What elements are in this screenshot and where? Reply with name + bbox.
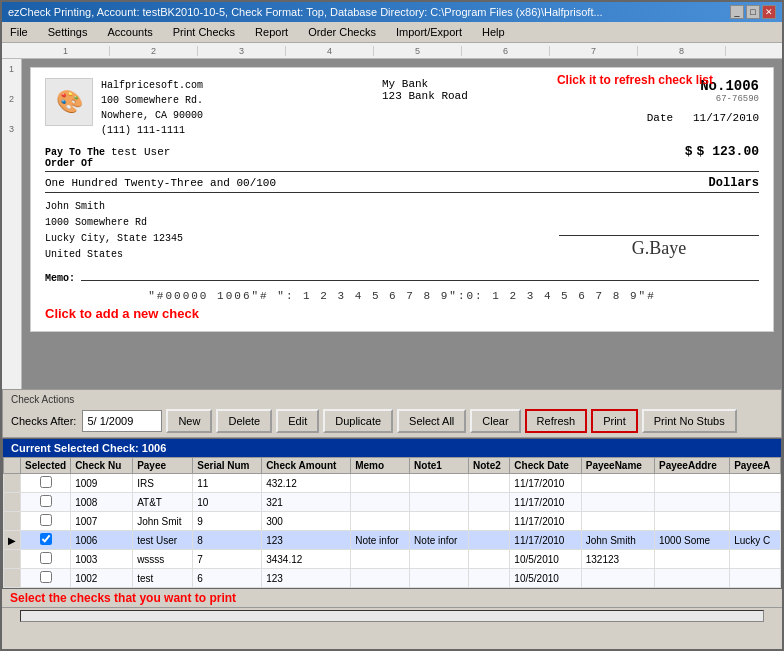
title-text: ezCheck Printing, Account: testBK2010-10… — [8, 6, 603, 18]
micr-num: 67-76590 — [647, 94, 759, 104]
address-block: John Smith 1000 Somewhere Rd Lucky City,… — [45, 199, 397, 263]
row-checkbox-cell[interactable] — [21, 474, 71, 493]
table-cell — [581, 493, 654, 512]
row-marker — [4, 512, 21, 531]
table-row: 1002test612310/5/2010 — [4, 569, 781, 588]
company-info: Halfpricesoft.com 100 Somewhere Rd. Nowh… — [101, 78, 203, 138]
col-payee-addr: PayeeAddre — [655, 458, 730, 474]
table-cell: 432.12 — [262, 474, 351, 493]
select-all-button[interactable]: Select All — [397, 409, 466, 433]
table-cell: 1008 — [71, 493, 133, 512]
minimize-button[interactable]: _ — [730, 5, 744, 19]
menu-report[interactable]: Report — [251, 24, 292, 40]
col-check-num: Check Nu — [71, 458, 133, 474]
table-cell: 11 — [193, 474, 262, 493]
col-selected: Selected — [21, 458, 71, 474]
delete-button[interactable]: Delete — [216, 409, 272, 433]
company-address1: 100 Somewhere Rd. — [101, 93, 203, 108]
payee-name: test User — [111, 146, 675, 158]
table-cell: 1006 — [71, 531, 133, 550]
address-line1: 1000 Somewhere Rd — [45, 215, 397, 231]
print-no-stubs-button[interactable]: Print No Stubs — [642, 409, 737, 433]
row-marker: ▶ — [4, 531, 21, 550]
row-checkbox[interactable] — [40, 495, 52, 507]
row-checkbox-cell[interactable] — [21, 493, 71, 512]
horizontal-scrollbar[interactable] — [20, 610, 764, 622]
row-checkbox[interactable] — [40, 571, 52, 583]
table-row: 1003wssss73434.1210/5/2010132123 — [4, 550, 781, 569]
table-cell: 11/17/2010 — [510, 474, 581, 493]
row-marker — [4, 569, 21, 588]
row-marker — [4, 550, 21, 569]
table-cell: 7 — [193, 550, 262, 569]
signature-area: G.Baye — [407, 199, 759, 263]
table-cell — [655, 569, 730, 588]
main-area: 1 2 3 Click it to refresh check list 🎨 H… — [2, 59, 782, 389]
col-serial: Serial Num — [193, 458, 262, 474]
side-ruler: 1 2 3 — [2, 59, 22, 389]
address-line3: United States — [45, 247, 397, 263]
clear-button[interactable]: Clear — [470, 409, 520, 433]
refresh-annotation: Click it to refresh check list — [557, 73, 713, 87]
address-name: John Smith — [45, 199, 397, 215]
edit-button[interactable]: Edit — [276, 409, 319, 433]
table-cell: 1003 — [71, 550, 133, 569]
menu-settings[interactable]: Settings — [44, 24, 92, 40]
row-checkbox-cell[interactable] — [21, 531, 71, 550]
table-cell — [351, 550, 410, 569]
row-checkbox[interactable] — [40, 533, 52, 545]
menu-help[interactable]: Help — [478, 24, 509, 40]
address-line2: Lucky City, State 12345 — [45, 231, 397, 247]
memo-label: Memo: — [45, 273, 75, 284]
table-cell — [730, 474, 781, 493]
add-check-annotation-area: Click to add a new check — [45, 306, 759, 321]
micr-line: "#00000 1006"# ": 1 2 3 4 5 6 7 8 9":0: … — [45, 290, 759, 302]
signature-line: G.Baye — [559, 235, 759, 259]
pay-to-line: Pay To TheOrder Of test User $$ 123.00 — [45, 144, 759, 172]
row-checkbox[interactable] — [40, 514, 52, 526]
new-button[interactable]: New — [166, 409, 212, 433]
table-row: ▶1006test User8123Note inforNote infor11… — [4, 531, 781, 550]
table-cell: 1009 — [71, 474, 133, 493]
check-middle: John Smith 1000 Somewhere Rd Lucky City,… — [45, 199, 759, 263]
amount-words-text: One Hundred Twenty-Three and 00/100 — [45, 177, 709, 189]
menu-accounts[interactable]: Accounts — [103, 24, 156, 40]
checks-after-input[interactable] — [82, 410, 162, 432]
maximize-button[interactable]: □ — [746, 5, 760, 19]
table-cell — [730, 550, 781, 569]
row-checkbox[interactable] — [40, 476, 52, 488]
row-checkbox-cell[interactable] — [21, 512, 71, 531]
memo-line: Memo: — [45, 267, 759, 284]
actions-row: Checks After: New Delete Edit Duplicate … — [11, 409, 773, 433]
table-cell: 10/5/2010 — [510, 569, 581, 588]
check-number-block: No.1006 67-76590 Date 11/17/2010 — [647, 78, 759, 138]
table-cell: IRS — [133, 474, 193, 493]
row-checkbox[interactable] — [40, 552, 52, 564]
checks-after-label: Checks After: — [11, 415, 76, 427]
company-logo: 🎨 — [45, 78, 93, 126]
table-row: 1007John Smit930011/17/2010 — [4, 512, 781, 531]
menu-import-export[interactable]: Import/Export — [392, 24, 466, 40]
duplicate-button[interactable]: Duplicate — [323, 409, 393, 433]
row-checkbox-cell[interactable] — [21, 550, 71, 569]
row-checkbox-cell[interactable] — [21, 569, 71, 588]
bank-info: My Bank 123 Bank Road — [382, 78, 468, 138]
table-cell: Note infor — [351, 531, 410, 550]
menu-print-checks[interactable]: Print Checks — [169, 24, 239, 40]
table-cell — [468, 474, 509, 493]
close-button[interactable]: ✕ — [762, 5, 776, 19]
print-button[interactable]: Print — [591, 409, 638, 433]
amount-words-line: One Hundred Twenty-Three and 00/100 Doll… — [45, 176, 759, 193]
table-cell: AT&T — [133, 493, 193, 512]
refresh-button[interactable]: Refresh — [525, 409, 588, 433]
menu-file[interactable]: File — [6, 24, 32, 40]
menu-order-checks[interactable]: Order Checks — [304, 24, 380, 40]
company-name: Halfpricesoft.com — [101, 78, 203, 93]
table-cell — [410, 512, 469, 531]
check-table: Selected Check Nu Payee Serial Num Check… — [3, 457, 781, 588]
table-cell — [410, 550, 469, 569]
table-cell: 11/17/2010 — [510, 493, 581, 512]
table-cell — [730, 569, 781, 588]
table-cell: 6 — [193, 569, 262, 588]
ruler: 1 2 3 4 5 6 7 8 — [2, 43, 782, 59]
